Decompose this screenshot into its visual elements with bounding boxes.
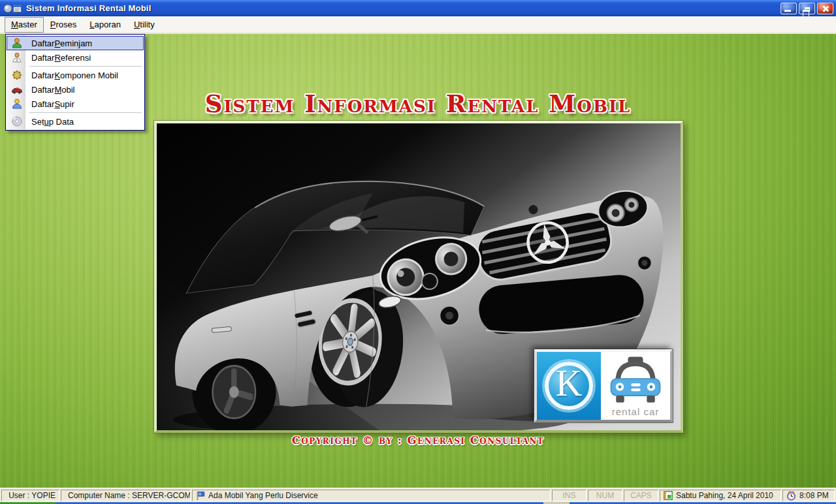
app-icon bbox=[3, 3, 23, 14]
menu-bar: Master Proses Laporan Utility bbox=[0, 16, 836, 33]
restore-button[interactable] bbox=[799, 3, 815, 14]
status-computer-panel: Computer Name : SERVER-GCOM bbox=[61, 490, 191, 501]
status-time-text: 8:08 PM bbox=[799, 491, 829, 500]
master-dropdown-menu: Daftar Peminjam Daftar Referensi Daftar … bbox=[5, 34, 145, 131]
car-photo: K rental car bbox=[154, 121, 683, 433]
notice-flag-icon bbox=[196, 491, 205, 501]
status-notice-panel: Ada Mobil Yang Perlu Diservice bbox=[192, 490, 551, 501]
close-button[interactable] bbox=[817, 3, 833, 14]
rental-logo: K rental car bbox=[534, 349, 673, 422]
menu-item-daftar-referensi[interactable]: Daftar Referensi bbox=[7, 50, 144, 65]
menu-utility[interactable]: Utility bbox=[127, 17, 161, 33]
status-computer-label: Computer Name : SERVER-GCOM bbox=[68, 491, 191, 500]
reference-person-icon bbox=[11, 52, 23, 63]
red-car-icon bbox=[11, 84, 23, 95]
calendar-icon bbox=[664, 491, 673, 500]
logo-car-panel: rental car bbox=[601, 352, 670, 420]
status-date-text: Sabtu Pahing, 24 April 2010 bbox=[676, 491, 773, 500]
menu-proses[interactable]: Proses bbox=[44, 17, 83, 33]
title-bar: Sistem Informasi Rental Mobil bbox=[0, 0, 836, 16]
menu-item-setup-data[interactable]: Setup Data bbox=[7, 114, 144, 129]
menu-item-daftar-peminjam[interactable]: Daftar Peminjam bbox=[7, 36, 144, 50]
logo-k-circle: K bbox=[545, 362, 593, 410]
status-notice-text: Ada Mobil Yang Perlu Diservice bbox=[208, 491, 318, 500]
menu-item-daftar-mobil[interactable]: Daftar Mobil bbox=[7, 82, 144, 97]
status-num-indicator: NUM bbox=[588, 490, 622, 501]
clock-icon bbox=[786, 491, 796, 501]
close-icon bbox=[818, 3, 833, 14]
status-caps-indicator: CAPS bbox=[624, 490, 658, 501]
status-bar: User : YOPIE Computer Name : SERVER-GCOM… bbox=[0, 488, 836, 504]
window-title: Sistem Informasi Rental Mobil bbox=[26, 3, 779, 13]
restore-icon bbox=[805, 7, 810, 12]
menu-separator bbox=[29, 112, 142, 113]
component-gear-icon bbox=[11, 69, 23, 81]
logo-caption: rental car bbox=[612, 406, 660, 417]
status-date-panel: Sabtu Pahing, 24 April 2010 bbox=[660, 490, 781, 501]
menu-separator bbox=[29, 66, 142, 67]
copyright-text: Copyright © by : Generasi Consultant bbox=[0, 434, 836, 447]
status-user-label: User : YOPIE bbox=[8, 491, 56, 500]
status-user-panel: User : YOPIE bbox=[1, 490, 59, 501]
minimize-button[interactable] bbox=[780, 3, 797, 14]
driver-person-icon bbox=[11, 98, 23, 110]
minimize-icon bbox=[784, 10, 791, 12]
menu-item-daftar-supir[interactable]: Daftar Supir bbox=[7, 97, 144, 111]
logo-k-letter: K bbox=[556, 365, 582, 407]
setup-disc-icon bbox=[11, 116, 23, 127]
status-ins-indicator: INS bbox=[552, 490, 587, 501]
logo-k-panel: K bbox=[537, 352, 601, 420]
menu-item-daftar-komponen-mobil[interactable]: Daftar Komponen Mobil bbox=[7, 68, 144, 82]
status-time-panel: 8:08 PM bbox=[782, 490, 835, 501]
borrower-person-icon bbox=[11, 37, 23, 49]
menu-master[interactable]: Master bbox=[5, 17, 44, 33]
taxi-icon bbox=[604, 355, 667, 406]
menu-laporan[interactable]: Laporan bbox=[83, 17, 127, 33]
